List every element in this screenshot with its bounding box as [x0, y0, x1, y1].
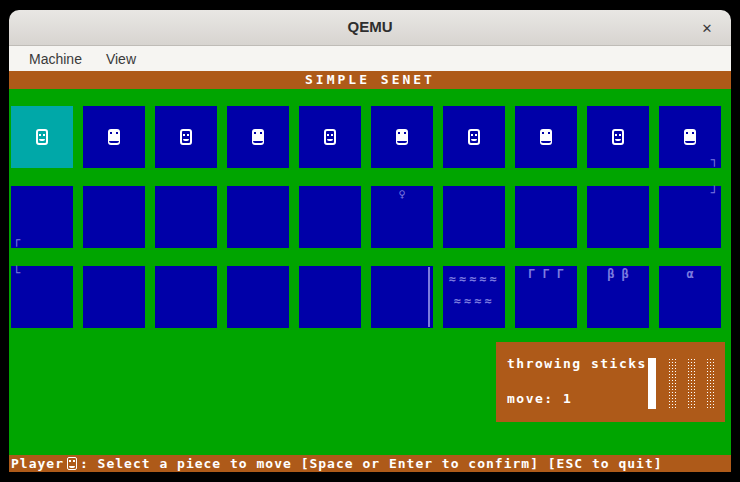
house-of-two-marker: β β	[587, 268, 649, 280]
player1-piece	[468, 129, 480, 145]
house-of-one-marker: α	[659, 268, 721, 280]
move-value: move: 1	[507, 391, 572, 406]
board-square-r1-c2[interactable]	[83, 106, 145, 168]
board-square-r2-c8[interactable]	[515, 186, 577, 248]
board-square-r2-c5[interactable]	[299, 186, 361, 248]
board-square-r1-c7[interactable]	[443, 106, 505, 168]
board-square-r3-c2[interactable]	[83, 266, 145, 328]
path-corner-icon: ┐	[711, 156, 718, 165]
board-square-r2-c6[interactable]: ♀	[371, 186, 433, 248]
game-display: SIMPLE SENET ┐┌♀┘└≈≈≈≈≈≈≈≈≈Γ Γ Γβ βα thr…	[9, 71, 731, 472]
status-prefix: Player	[11, 456, 64, 471]
board-square-r3-c5[interactable]	[299, 266, 361, 328]
player2-piece	[396, 129, 408, 145]
board-square-r1-c1-cursor[interactable]	[11, 106, 73, 168]
board-square-r1-c4[interactable]	[227, 106, 289, 168]
board-square-r1-c6[interactable]	[371, 106, 433, 168]
sticks-panel-title: throwing sticks	[507, 356, 647, 371]
player2-piece	[540, 129, 552, 145]
path-corner-icon: └	[13, 269, 20, 278]
titlebar: QEMU ✕	[9, 10, 731, 46]
menubar: Machine View	[9, 46, 731, 71]
menu-view[interactable]: View	[94, 49, 148, 69]
board-square-r3-c8[interactable]: Γ Γ Γ	[515, 266, 577, 328]
player1-piece	[180, 129, 192, 145]
board-square-r2-c1[interactable]: ┌	[11, 186, 73, 248]
board-square-r3-c6[interactable]	[371, 266, 433, 328]
board-square-r3-c7[interactable]: ≈≈≈≈≈≈≈≈≈	[443, 266, 505, 328]
board-square-r1-c9[interactable]	[587, 106, 649, 168]
board-square-r3-c10[interactable]: α	[659, 266, 721, 328]
board-square-r3-c1[interactable]: └	[11, 266, 73, 328]
board-square-r3-c3[interactable]	[155, 266, 217, 328]
status-message: : Select a piece to move [Space or Enter…	[80, 456, 663, 471]
board-square-r2-c3[interactable]	[155, 186, 217, 248]
house-of-three-marker: Γ Γ Γ	[515, 268, 577, 280]
player1-piece-icon	[67, 457, 77, 470]
board-square-r2-c10[interactable]: ┘	[659, 186, 721, 248]
path-corner-icon: ┘	[711, 189, 718, 198]
board-square-r2-c7[interactable]	[443, 186, 505, 248]
player1-piece	[612, 129, 624, 145]
player2-piece	[252, 129, 264, 145]
house-of-water-marker: ≈≈≈≈≈≈≈≈≈	[443, 268, 505, 312]
player2-piece	[108, 129, 120, 145]
throwing-sticks-panel: throwing sticks move: 1	[496, 342, 725, 422]
player1-piece	[36, 129, 48, 145]
board-square-r2-c4[interactable]	[227, 186, 289, 248]
menu-machine[interactable]: Machine	[17, 49, 94, 69]
board-square-r1-c8[interactable]	[515, 106, 577, 168]
board-square-r3-c4[interactable]	[227, 266, 289, 328]
board-square-r1-c10[interactable]: ┐	[659, 106, 721, 168]
status-bar: Player: Select a piece to move [Space or…	[9, 455, 731, 472]
house-of-rebirth-marker: ♀	[371, 188, 433, 200]
board-square-r2-c2[interactable]	[83, 186, 145, 248]
board-square-r1-c5[interactable]	[299, 106, 361, 168]
qemu-window: QEMU ✕ Machine View SIMPLE SENET ┐┌♀┘└≈≈…	[9, 10, 731, 472]
throwing-stick-round	[706, 358, 714, 409]
throwing-stick-round	[687, 358, 695, 409]
board-square-r3-c9[interactable]: β β	[587, 266, 649, 328]
player2-piece	[684, 129, 696, 145]
house-divider-bar	[428, 267, 430, 327]
player1-piece	[324, 129, 336, 145]
path-corner-icon: ┌	[13, 236, 20, 245]
close-icon[interactable]: ✕	[697, 18, 717, 38]
window-title: QEMU	[9, 18, 731, 35]
throwing-stick-flat	[648, 358, 656, 409]
board-square-r1-c3[interactable]	[155, 106, 217, 168]
board-square-r2-c9[interactable]	[587, 186, 649, 248]
throwing-stick-round	[668, 358, 676, 409]
